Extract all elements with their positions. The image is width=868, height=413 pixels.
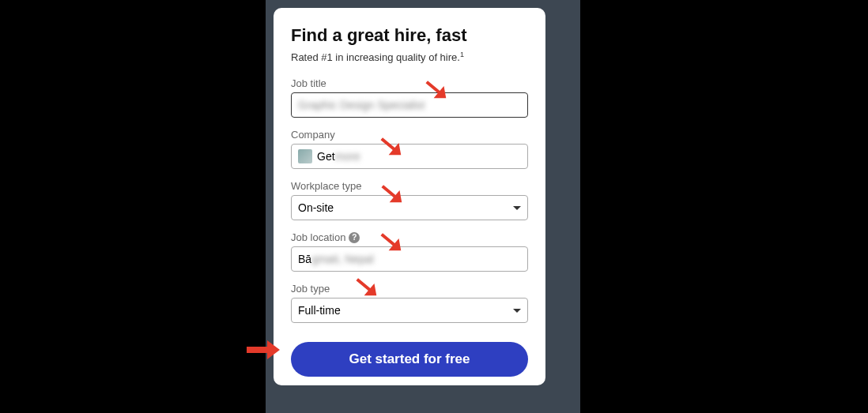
subtitle-footnote: 1 <box>460 51 464 58</box>
subtitle-text: Rated #1 in increasing quality of hire. <box>291 51 460 63</box>
chevron-down-icon <box>513 206 521 210</box>
modal-subtitle: Rated #1 in increasing quality of hire.1 <box>291 51 528 63</box>
location-label: Job location ? <box>291 231 528 243</box>
location-input[interactable]: Bāgmati, Nepal <box>291 246 528 272</box>
chevron-down-icon <box>513 309 521 313</box>
modal-title: Find a great hire, fast <box>291 25 528 46</box>
job-post-modal: Find a great hire, fast Rated #1 in incr… <box>274 8 545 385</box>
company-label: Company <box>291 129 528 141</box>
job-type-select[interactable]: Full-time <box>291 298 528 323</box>
workplace-label: Workplace type <box>291 180 528 192</box>
company-value-prefix: Get <box>317 150 335 163</box>
company-icon <box>298 149 312 163</box>
job-title-input[interactable]: Graphic Design Specialist <box>291 92 528 118</box>
workplace-value: On-site <box>298 201 334 214</box>
location-value-blur: gmati, Nepal <box>311 253 374 265</box>
workplace-select[interactable]: On-site <box>291 195 528 220</box>
job-type-value: Full-time <box>298 304 341 317</box>
company-value-blur: more <box>335 150 360 163</box>
get-started-button[interactable]: Get started for free <box>291 342 528 377</box>
company-input[interactable]: Getmore <box>291 144 528 169</box>
job-type-label: Job type <box>291 283 528 295</box>
location-value-prefix: Bā <box>298 253 311 265</box>
job-title-value: Graphic Design Specialist <box>298 99 425 111</box>
job-title-label: Job title <box>291 77 528 89</box>
location-label-text: Job location <box>291 231 345 243</box>
help-icon[interactable]: ? <box>349 232 360 243</box>
